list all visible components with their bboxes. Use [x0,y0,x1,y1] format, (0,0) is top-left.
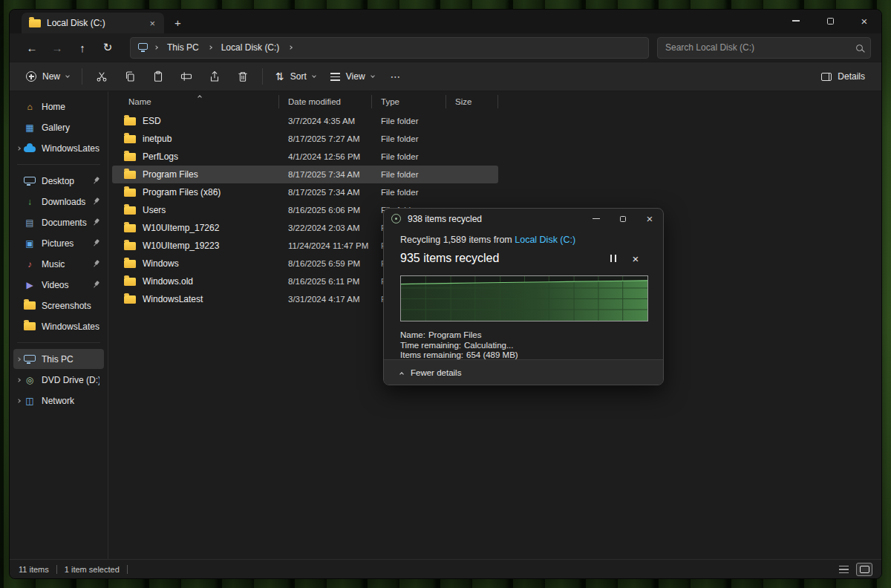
view-button[interactable]: View [323,65,382,88]
folder-icon [124,260,136,268]
folder-icon [124,189,136,197]
sidebar-separator [17,342,100,343]
dialog-titlebar: 938 items recycled × [384,209,663,229]
refresh-button[interactable]: ↻ [96,36,120,59]
sidebar-item-gallery[interactable]: ▦ Gallery [13,117,104,137]
paste-icon [152,71,164,82]
details-view-icon [839,566,849,573]
maximize-icon [620,216,626,222]
this-pc-icon [138,43,148,50]
sidebar-item-windowslatest-pe[interactable]: WindowsLatest - Pe [13,138,104,158]
file-row-perflogs[interactable]: PerfLogs 4/1/2024 12:56 PM File folder [112,148,498,166]
sidebar-item-documents[interactable]: ▤ Documents [13,212,104,232]
sort-button[interactable]: ⇅ Sort [268,65,323,88]
sidebar-item-dvd-drive-d-ccc[interactable]: ◎ DVD Drive (D:) CCC [13,370,104,390]
cancel-operation-button[interactable]: × [624,249,647,267]
column-header-size[interactable]: Size [446,95,498,108]
sidebar-item-windowslatest[interactable]: WindowsLatest [13,316,104,336]
dialog-minimize-button[interactable] [583,209,610,229]
column-header-name[interactable]: Name [112,95,279,108]
detail-time-remaining: Time remaining:Calculating... [400,341,647,351]
music-icon: ♪ [24,258,36,270]
sidebar-item-pictures[interactable]: ▣ Pictures [13,233,104,253]
downloads-icon: ↓ [24,196,36,208]
explorer-tab[interactable]: Local Disk (C:) × [22,13,164,33]
copy-button[interactable] [116,65,144,88]
close-button[interactable]: × [847,10,881,32]
folder-icon [124,242,136,250]
breadcrumb-this-pc[interactable]: This PC [164,41,202,54]
folder-icon [124,206,136,215]
sidebar-item-videos[interactable]: ▶ Videos [13,275,104,295]
file-row-program-files-x86[interactable]: Program Files (x86) 8/17/2025 7:34 AM Fi… [112,183,498,201]
search-input[interactable] [665,42,852,53]
share-button[interactable] [200,65,229,88]
dialog-maximize-button[interactable] [610,209,636,229]
tab-close-icon[interactable]: × [146,18,158,29]
command-bar: New ⇅ Sor [10,62,881,91]
fewer-details-toggle[interactable]: Fewer details [384,359,663,385]
documents-icon: ▤ [24,217,36,229]
operation-subtitle: Recycling 1,589 items from Local Disk (C… [400,235,647,245]
column-header-date-modified[interactable]: Date modified [279,95,372,108]
thumbnail-view-toggle[interactable] [856,563,872,576]
folder-icon [24,322,36,330]
navigation-bar: ← → ↑ ↻ This PC Local Disk (C:) [10,33,881,62]
file-operation-dialog: 938 items recycled × Recycling 1,589 ite… [383,208,664,385]
details-pane-button[interactable]: Details [814,65,872,88]
sidebar-item-network[interactable]: ◫ Network [13,391,104,411]
tab-folder-icon [29,19,41,27]
folder-icon [124,278,136,286]
folder-icon [124,135,136,143]
sidebar-item-downloads[interactable]: ↓ Downloads [13,192,104,212]
rename-button[interactable] [172,65,200,88]
breadcrumb-local-disk-c[interactable]: Local Disk (C:) [218,41,283,54]
cut-button[interactable] [88,65,116,88]
file-row-program-files[interactable]: Program Files 8/17/2025 7:34 AM File fol… [112,166,498,183]
this-pc-icon [24,355,36,362]
breadcrumb-chevron-icon [208,45,212,50]
folder-icon [124,295,136,304]
new-button[interactable]: New [19,65,76,88]
breadcrumb-chevron-icon [289,45,293,50]
forward-button[interactable]: → [45,36,69,59]
pause-button[interactable] [602,249,624,267]
sidebar: ⌂ Home ▦ Gallery WindowsLatest - Pe Desk… [10,91,108,559]
chevron-down-icon [371,74,375,78]
expand-chevron-icon [16,146,21,151]
titlebar: Local Disk (C:) × + × [10,10,881,33]
sidebar-item-screenshots[interactable]: Screenshots [13,295,104,316]
maximize-button[interactable] [813,10,847,32]
source-location-link[interactable]: Local Disk (C:) [515,235,575,245]
close-icon: × [861,16,868,27]
more-options-button[interactable]: ⋯ [382,65,410,88]
file-row-inetpub[interactable]: inetpub 8/17/2025 7:27 AM File folder [112,130,498,148]
folder-icon [124,224,136,232]
breadcrumb[interactable]: This PC Local Disk (C:) [130,37,649,59]
ellipsis-icon: ⋯ [391,71,401,82]
back-button[interactable]: ← [20,36,44,59]
pause-icon [610,255,616,262]
network-icon: ◫ [24,395,36,407]
chevron-down-icon [312,74,316,78]
dialog-close-button[interactable]: × [636,209,663,229]
window-controls: × [779,10,881,32]
minimize-button[interactable] [779,10,813,32]
videos-icon: ▶ [24,279,36,291]
selection-count: 1 item selected [65,565,120,574]
file-row-esd[interactable]: ESD 3/7/2024 4:35 AM File folder [112,112,498,130]
folder-icon [24,301,36,310]
sidebar-item-desktop[interactable]: Desktop [13,171,104,191]
up-button[interactable]: ↑ [71,36,94,59]
breadcrumb-chevron-icon [154,45,158,50]
new-tab-button[interactable]: + [174,16,181,29]
sidebar-item-home[interactable]: ⌂ Home [13,97,104,117]
details-view-toggle[interactable] [835,563,852,576]
sidebar-item-this-pc[interactable]: This PC [13,349,104,369]
delete-button[interactable] [229,65,257,88]
details-panel-icon [821,73,832,81]
paste-button[interactable] [144,65,172,88]
sidebar-item-music[interactable]: ♪ Music [13,254,104,274]
column-header-type[interactable]: Type [372,95,446,108]
status-bar: 11 items 1 item selected [10,559,881,578]
